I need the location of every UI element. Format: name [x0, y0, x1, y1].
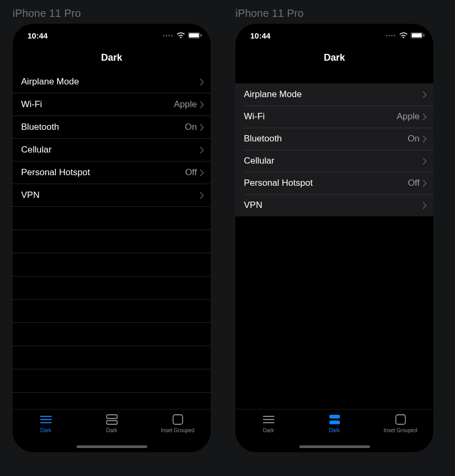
chevron-right-icon — [200, 169, 204, 176]
row-value: Apple — [397, 111, 420, 122]
row-label: Bluetooth — [21, 122, 185, 132]
tab-label: Dark — [40, 427, 51, 433]
row-label: Personal Hotspot — [244, 178, 408, 188]
device-label: iPhone 11 Pro — [235, 7, 442, 20]
cellular-dots-icon — [163, 35, 173, 36]
tab-label: Dark — [263, 427, 274, 433]
chevron-right-icon — [423, 113, 427, 120]
row-label: Wi-Fi — [244, 111, 397, 122]
row-vpn[interactable]: VPN — [235, 194, 433, 216]
row-label: Airplane Mode — [21, 77, 197, 87]
tab-inset-grouped[interactable]: Inset Grouped — [367, 410, 433, 452]
row-wifi[interactable]: Wi-Fi Apple — [13, 93, 211, 116]
chevron-right-icon — [423, 136, 427, 142]
home-indicator[interactable] — [77, 445, 147, 448]
chevron-right-icon — [200, 124, 204, 131]
settings-list: Airplane Mode Wi-Fi Apple Bluetooth On C… — [13, 71, 211, 393]
inset-grouped-icon — [172, 413, 184, 426]
status-icons — [163, 32, 202, 39]
phone-frame: 10:44 Dark Airplane Mode — [235, 24, 433, 452]
tab-bar: Dark Dark Inset Grouped — [235, 409, 433, 452]
tab-bar: Dark Dark Inset Grouped — [13, 409, 211, 452]
tab-label: Inset Grouped — [384, 427, 417, 433]
wifi-icon — [399, 32, 408, 39]
list-item — [13, 277, 211, 300]
grouped-list-icon — [106, 413, 118, 426]
list-item — [13, 346, 211, 369]
svg-rect-10 — [412, 33, 422, 37]
grouped-list-icon — [328, 413, 341, 426]
row-bluetooth[interactable]: Bluetooth On — [235, 128, 433, 150]
list-item — [13, 253, 211, 277]
svg-rect-16 — [329, 421, 340, 424]
settings-list: Airplane Mode Wi-Fi Apple Bluetooth On C… — [235, 83, 433, 216]
status-clock: 10:44 — [27, 31, 48, 40]
page-title: Dark — [13, 47, 211, 71]
row-cellular[interactable]: Cellular — [13, 139, 211, 161]
row-value: Off — [185, 167, 197, 178]
row-label: Cellular — [244, 156, 420, 166]
list-item — [13, 323, 211, 346]
svg-rect-1 — [189, 33, 199, 37]
row-label: Bluetooth — [244, 134, 407, 144]
row-label: Personal Hotspot — [21, 167, 185, 178]
row-value: Apple — [174, 99, 197, 110]
chevron-right-icon — [200, 101, 204, 108]
tab-inset-grouped[interactable]: Inset Grouped — [145, 410, 211, 452]
tab-plain[interactable]: Dark — [13, 410, 79, 452]
phone-frame: 10:44 Dark Airplane Mode — [13, 24, 211, 452]
svg-rect-15 — [329, 415, 340, 418]
tab-label: Dark — [106, 427, 117, 433]
row-cellular[interactable]: Cellular — [235, 150, 433, 172]
list-item — [13, 230, 211, 253]
chevron-right-icon — [200, 79, 204, 85]
status-bar: 10:44 — [235, 24, 433, 47]
tab-label: Inset Grouped — [161, 427, 194, 433]
row-label: Airplane Mode — [244, 89, 420, 100]
row-bluetooth[interactable]: Bluetooth On — [13, 116, 211, 139]
wifi-icon — [176, 32, 185, 39]
row-vpn[interactable]: VPN — [13, 184, 211, 207]
inset-grouped-icon — [395, 413, 406, 426]
battery-icon — [411, 32, 425, 39]
list-item — [13, 300, 211, 323]
svg-rect-17 — [396, 415, 405, 424]
chevron-right-icon — [423, 202, 427, 209]
row-airplane-mode[interactable]: Airplane Mode — [235, 83, 433, 106]
page-title: Dark — [235, 47, 433, 71]
status-bar: 10:44 — [13, 24, 211, 47]
row-value: On — [185, 122, 197, 132]
svg-rect-2 — [201, 34, 202, 37]
tab-label: Dark — [329, 427, 340, 433]
status-icons — [386, 32, 425, 39]
chevron-right-icon — [200, 192, 204, 199]
list-item — [13, 369, 211, 393]
svg-rect-6 — [107, 415, 117, 418]
row-label: Wi-Fi — [21, 99, 174, 110]
device-label: iPhone 11 Pro — [13, 7, 220, 20]
battery-icon — [188, 32, 202, 39]
status-clock: 10:44 — [250, 31, 270, 40]
row-label: Cellular — [21, 145, 197, 155]
home-indicator[interactable] — [299, 445, 370, 448]
tab-plain[interactable]: Dark — [235, 410, 301, 452]
chevron-right-icon — [423, 180, 427, 187]
svg-rect-7 — [107, 421, 117, 424]
row-airplane-mode[interactable]: Airplane Mode — [13, 71, 211, 93]
row-wifi[interactable]: Wi-Fi Apple — [235, 106, 433, 128]
plain-list-icon — [40, 413, 52, 426]
chevron-right-icon — [423, 91, 427, 98]
row-value: On — [407, 134, 420, 144]
list-item — [13, 207, 211, 230]
row-label: VPN — [21, 190, 197, 201]
chevron-right-icon — [423, 158, 427, 165]
row-label: VPN — [244, 200, 420, 211]
row-value: Off — [408, 178, 420, 188]
cellular-dots-icon — [386, 35, 395, 36]
svg-rect-11 — [423, 34, 424, 37]
plain-list-icon — [262, 413, 275, 426]
row-personal-hotspot[interactable]: Personal Hotspot Off — [13, 161, 211, 184]
chevron-right-icon — [200, 147, 204, 154]
svg-rect-8 — [173, 415, 183, 424]
row-personal-hotspot[interactable]: Personal Hotspot Off — [235, 172, 433, 194]
